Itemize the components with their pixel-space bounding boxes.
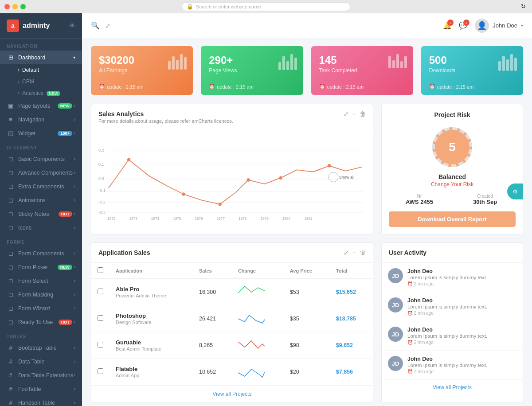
notifications-button[interactable]: 🔔 3 (443, 21, 452, 30)
sidebar-item-form-masking[interactable]: ◻ Form Masking › (0, 288, 82, 301)
settings-fab[interactable]: ⚙ (507, 183, 523, 199)
sidebar-item-label: Form Select (18, 278, 48, 284)
delete-icon[interactable]: 🗑 (360, 110, 366, 117)
col-avg-price: Avg Price (284, 263, 330, 279)
tasks-chart (388, 54, 407, 68)
sidebar-item-sticky-notes[interactable]: ◻ Sticky Notes HOT › (0, 207, 82, 221)
page-layouts-icon: ▣ (7, 102, 15, 109)
table-row: Photoshop Design Software 26,421 $35 $18… (91, 305, 373, 332)
messages-button[interactable]: 💬 2 (459, 21, 468, 30)
activity-item: JD John Deo Lorem Ipsum is simply dummy … (382, 263, 523, 292)
sidebar-item-form-picker[interactable]: ◻ Form Picker NEW › (0, 260, 82, 274)
form-select-icon: ◻ (7, 277, 15, 284)
chevron-icon: › (74, 292, 75, 297)
sidebar-subitem-crm[interactable]: CRM (0, 76, 82, 87)
activity-item: JD John Deo Lorem Ipsum is simply dummy … (382, 351, 523, 380)
sidebar-item-label: Basic Components (18, 156, 65, 162)
form-components-icon: ◻ (7, 250, 15, 257)
sidebar-item-form-select[interactable]: ◻ Form Select › (0, 274, 82, 288)
svg-text:1978: 1978 (239, 217, 247, 221)
total-link[interactable]: $9,652 (336, 342, 353, 348)
sidebar-item-ready-to-use[interactable]: ◻ Ready To Use HOT › (0, 315, 82, 329)
sidebar-subitem-default[interactable]: Default (0, 64, 82, 76)
activity-name: John Deo (407, 268, 487, 274)
sidebar-item-widget[interactable]: ◫ Widget 100+ › (0, 126, 82, 140)
app-name: Able Pro (116, 286, 187, 293)
sidebar-item-form-components[interactable]: ◻ Form Components › (0, 246, 82, 260)
minimize-icon[interactable]: − (352, 110, 356, 117)
delete-icon[interactable]: 🗑 (360, 249, 366, 256)
svg-text:0.1: 0.1 (98, 162, 104, 167)
row-checkbox[interactable] (98, 368, 103, 374)
downloads-chart (498, 54, 517, 71)
sparkline-cell (232, 279, 284, 305)
activity-time: ⏰ 2 min ago (407, 281, 487, 286)
sales-chart-svg: 0.2 0.1 0.0 -0.1 -0.2 -0.3 (98, 135, 366, 225)
sidebar-item-navigation[interactable]: ≡ Navigation › (0, 113, 82, 126)
user-menu[interactable]: 👤 John Doe ▾ (475, 19, 523, 33)
total-link[interactable]: $7,856 (336, 369, 353, 375)
sidebar-item-handson-table[interactable]: # Handson Table › (0, 396, 82, 406)
sidebar-item-data-table-ext[interactable]: # Data Table Extensions › (0, 368, 82, 382)
sidebar-item-label: Bootstrap Table (18, 345, 57, 351)
col-sales: Sales (193, 263, 232, 279)
chevron-icon: › (74, 373, 75, 378)
svg-point-15 (246, 178, 250, 181)
pageviews-chart (278, 54, 297, 70)
activity-view-all[interactable]: View all Projects (382, 380, 523, 395)
sidebar-item-form-wizard[interactable]: ◻ Form Wizard › (0, 301, 82, 315)
sparkline-cell (232, 305, 284, 332)
num-badge: 100+ (58, 131, 72, 136)
minimize-button[interactable] (12, 4, 18, 9)
select-all-checkbox[interactable] (98, 267, 103, 273)
app-sub: Powerful Admin Theme (116, 293, 187, 298)
risk-change-link[interactable]: Change Your Risk (431, 181, 473, 187)
fullscreen-icon[interactable]: ⤢ (344, 110, 349, 117)
total-link[interactable]: $18,785 (336, 316, 356, 322)
row-checkbox[interactable] (98, 342, 103, 347)
chevron-icon: › (74, 251, 75, 256)
view-all-projects[interactable]: View all Projects (91, 385, 373, 402)
expand-icon[interactable]: ⤢ (105, 22, 110, 29)
row-checkbox[interactable] (98, 315, 103, 321)
sidebar-item-icons[interactable]: ◻ Icons › (0, 221, 82, 234)
sidebar-subitem-analytics[interactable]: Analytics NEW (0, 87, 82, 99)
sparkline-cell (232, 359, 284, 385)
address-bar[interactable]: 🔒 Search or enter website name (182, 2, 350, 11)
new-badge: NEW (58, 103, 72, 109)
total-link[interactable]: $15,652 (336, 289, 356, 295)
svg-text:1976: 1976 (195, 217, 203, 221)
sidebar-item-label: Page layouts (18, 103, 50, 109)
nr-label: Nr (389, 194, 450, 199)
activity-avatar: JD (388, 356, 403, 371)
sidebar-item-basic-components[interactable]: ◻ Basic Components › (0, 152, 82, 166)
refresh-button[interactable]: ↻ (521, 3, 526, 10)
sidebar-item-data-table[interactable]: # Data Table › (0, 355, 82, 368)
sidebar-item-footable[interactable]: # FooTable › (0, 382, 82, 396)
sidebar-item-animations[interactable]: ◻ Animations › (0, 193, 82, 207)
sidebar-item-page-layouts[interactable]: ▣ Page layouts NEW › (0, 99, 82, 113)
sidebar-item-advance-components[interactable]: ◻ Advance Components › (0, 166, 82, 180)
animations-icon: ◻ (7, 197, 15, 203)
chevron-icon: › (74, 103, 75, 108)
row-checkbox[interactable] (98, 289, 103, 294)
search-icon[interactable]: 🔍 (91, 21, 100, 30)
activity-item: JD John Deo Lorem Ipsum is simply dummy … (382, 292, 523, 321)
form-wizard-icon: ◻ (7, 305, 15, 312)
download-report-button[interactable]: Download Overall Report (389, 211, 516, 227)
sidebar-item-extra-components[interactable]: ◻ Extra Components › (0, 180, 82, 193)
svg-text:1980: 1980 (282, 217, 291, 221)
handson-table-icon: # (7, 399, 15, 406)
sidebar-item-label: Advance Components (18, 170, 73, 176)
eye-icon[interactable]: 👁 (69, 22, 75, 29)
maximize-button[interactable] (20, 4, 26, 9)
sidebar-item-dashboard[interactable]: ⊞ Dashboard ▾ (0, 51, 82, 64)
svg-text:0.0: 0.0 (98, 176, 104, 181)
close-button[interactable] (4, 4, 10, 9)
fullscreen-icon[interactable]: ⤢ (344, 249, 349, 256)
sidebar-item-bootstrap-table[interactable]: # Bootstrap Table › (0, 341, 82, 355)
minimize-icon[interactable]: − (352, 249, 356, 256)
activity-time: ⏰ 2 min ago (407, 369, 487, 374)
activity-avatar: JD (388, 268, 403, 283)
avg-price: $98 (284, 332, 330, 359)
